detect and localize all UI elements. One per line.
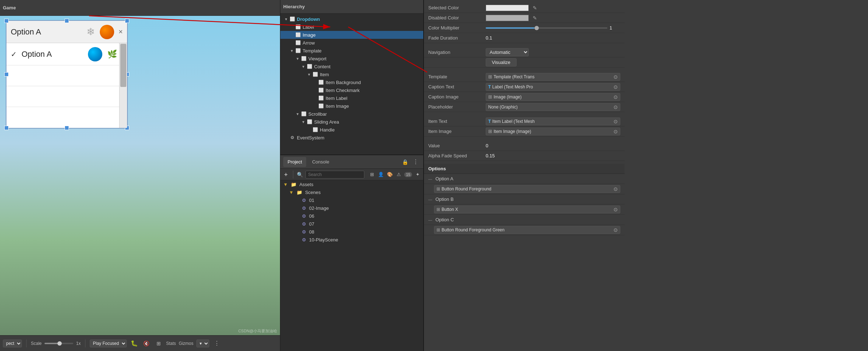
dropdown-header[interactable]: Option A ❄ × [6,21,127,43]
file-02image[interactable]: ⚙ 02-Image [280,204,423,212]
project-search-input[interactable] [305,171,364,179]
edit-selected-color-btn[interactable]: ✎ [531,4,539,12]
tree-item-image[interactable]: ⬜ Image [280,31,423,39]
gizmos-label[interactable]: Gizmos [179,341,193,346]
dropdown-item-a[interactable]: ✓ Option A 🌿 [6,43,127,65]
resize-handle-tl[interactable] [4,19,9,23]
placeholder-dot-btn[interactable]: ⊙ [613,104,618,110]
option-b-dot-btn[interactable]: ⊙ [613,207,618,212]
file-06[interactable]: ⚙ 06 [280,212,423,220]
cube-icon-dropdown: ⬜ [289,16,295,22]
bug-icon-btn[interactable]: 🐛 [130,339,139,348]
tree-item-viewport[interactable]: ▼ ⬜ Viewport [280,55,423,63]
filter-btn-4[interactable]: ⚠ [395,170,402,179]
template-dot-btn[interactable]: ⊙ [613,74,618,80]
tree-label-arrow: Arrow [303,40,315,46]
caption-image-ref-field[interactable]: ⊞ Image (Image) ⊙ [486,93,620,101]
tree-item-item-image[interactable]: ⬜ Item Image [280,102,423,110]
value-item-text: T Item Label (Text Mesh ⊙ [486,117,620,125]
tree-item-item[interactable]: ▼ ⬜ Item [280,70,423,78]
tree-item-scrollbar[interactable]: ▼ ⬜ Scrollbar [280,110,423,118]
expand-icon-viewport: ▼ [295,57,300,61]
cube-icon-arrow: ⬜ [295,40,301,46]
play-mode-dropdown[interactable]: Play Focused [90,340,127,347]
option-c-dot-btn[interactable]: ⊙ [613,227,618,233]
label-alpha-fade-speed: Alpha Fade Speed [428,153,486,158]
item-text-ref-field[interactable]: T Item Label (Text Mesh ⊙ [486,117,620,125]
item-image-ref-text: Item Image (Image) [494,129,612,134]
orange-ball-icon [100,25,114,39]
tree-item-sliding-area[interactable]: ▼ ⬜ Sliding Area [280,118,423,126]
option-a-expand[interactable]: — [428,177,433,181]
scale-slider[interactable] [45,343,73,344]
dropdown-chevron-icon[interactable]: × [118,28,123,36]
filter-btn-2[interactable]: 👤 [378,170,384,179]
option-a-dot-btn[interactable]: ⊙ [613,186,618,192]
tree-item-arrow[interactable]: ⬜ Arrow [280,39,423,47]
swatch-selected-color[interactable] [486,5,529,11]
option-b-ref-field[interactable]: ⊞ Button X ⊙ [434,205,620,213]
resize-handle-tr[interactable] [125,19,129,23]
filter-btn-3[interactable]: 🎨 [387,170,393,179]
option-c-expand[interactable]: — [428,218,433,222]
lock-icon-btn[interactable]: 🔒 [400,157,410,167]
filter-btn-5[interactable]: ✦ [414,170,421,179]
visualize-btn[interactable]: Visualize [486,58,517,66]
label-item-image: Item Image [428,129,486,134]
more-options-btn[interactable]: ⋮ [212,339,221,348]
swatch-disabled-color[interactable] [486,15,529,21]
tab-console[interactable]: Console [308,157,333,167]
tab-project[interactable]: Project [283,157,306,167]
tree-item-label[interactable]: ⬜ Label [280,23,423,31]
caption-text-ref-field[interactable]: T Label (Text Mesh Pro ⊙ [486,83,620,91]
item-text-dot-btn[interactable]: ⊙ [613,119,618,124]
row-fade-duration: Fade Duration 0.1 [424,33,625,43]
stats-label[interactable]: Stats [166,341,176,346]
dropdown-scrollbar[interactable] [119,43,127,128]
item-image-ref-field[interactable]: ⊞ Item Image (Image) ⊙ [486,128,620,135]
slider-thumb[interactable] [535,26,539,30]
edit-disabled-color-btn[interactable]: ✎ [531,14,539,22]
tree-item-item-checkmark[interactable]: ⬜ Item Checkmark [280,86,423,94]
tree-item-template[interactable]: ▼ ⬜ Template [280,47,423,55]
gizmos-dropdown[interactable]: ▾ [196,340,209,347]
mute-icon-btn[interactable]: 🔇 [142,339,151,348]
caption-text-dot-btn[interactable]: ⊙ [613,84,618,90]
search-icon-btn[interactable]: 🔍 [297,170,303,179]
tree-label-dropdown: Dropdown [297,17,320,22]
caption-image-dot-btn[interactable]: ⊙ [613,94,618,100]
cube-icon-content: ⬜ [306,63,313,70]
grid-icon-btn[interactable]: ⊞ [154,339,163,348]
file-10playscene[interactable]: ⚙ 10-PlayScene [280,236,423,244]
tree-item-content[interactable]: ▼ ⬜ Content [280,63,423,70]
option-a-ref-field[interactable]: ⊞ Button Round Foreground ⊙ [434,185,620,193]
tree-item-dropdown[interactable]: ▼ ⬜ Dropdown [280,15,423,23]
file-07[interactable]: ⚙ 07 [280,220,423,228]
resize-handle-bm[interactable] [65,126,69,130]
scrollbar-thumb[interactable] [120,44,126,87]
color-multiplier-slider[interactable] [486,27,607,29]
folder-scenes[interactable]: ▼ 📁 Scenes [280,188,423,196]
project-content: ▼ 📁 Assets ▼ 📁 Scenes ⚙ 01 [280,180,423,351]
aspect-dropdown[interactable]: pect [3,340,22,347]
placeholder-ref-field[interactable]: None (Graphic) ⊙ [486,103,620,111]
tree-item-item-background[interactable]: ⬜ Item Background [280,78,423,86]
more-options-btn-proj[interactable]: ⋮ [411,157,420,167]
file-08[interactable]: ⚙ 08 [280,228,423,236]
item-image-dot-btn[interactable]: ⊙ [613,129,618,134]
resize-handle-tm[interactable] [65,19,69,23]
resize-handle-ml[interactable] [4,72,9,77]
option-c-ref-field[interactable]: ⊞ Button Round Foreground Green ⊙ [434,226,620,234]
tree-item-handle[interactable]: ⬜ Handle [280,126,423,134]
folder-assets[interactable]: ▼ 📁 Assets [280,180,423,188]
tree-item-eventsystem[interactable]: ⚙ EventSystem [280,134,423,142]
resize-handle-bl[interactable] [4,126,9,130]
navigation-dropdown[interactable]: Automatic [486,48,529,56]
add-btn[interactable]: + [283,170,289,179]
dropdown-item-empty-2 [6,86,127,107]
tree-item-item-label[interactable]: ⬜ Item Label [280,94,423,102]
template-ref-field[interactable]: ⊞ Template (Rect Trans ⊙ [486,73,620,81]
file-01[interactable]: ⚙ 01 [280,196,423,204]
filter-btn-1[interactable]: ⊞ [369,170,375,179]
option-b-expand[interactable]: — [428,197,433,202]
